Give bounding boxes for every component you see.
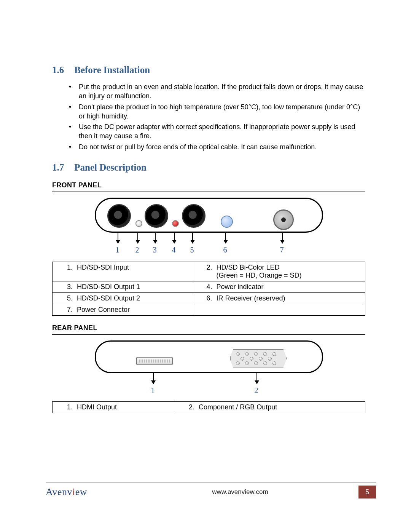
item-text: Component / RGB Output	[199, 403, 277, 411]
item-number: 7.	[67, 306, 77, 314]
bnc-connector-icon	[145, 204, 168, 228]
callout-arrow-icon	[282, 233, 283, 243]
heading-1-7: 1.7 Panel Description	[52, 162, 365, 173]
rear-panel-diagram: 1 2	[95, 340, 323, 398]
item-number: 5.	[67, 294, 77, 302]
item-number: 2.	[207, 264, 217, 272]
callout-arrow-icon	[155, 233, 156, 243]
item-text: HD/SD-SDI Input	[77, 264, 129, 272]
item-text: HD/SD Bi-Color LED	[217, 264, 280, 272]
divider	[52, 334, 365, 335]
power-connector-icon	[273, 209, 294, 230]
ir-receiver-icon	[221, 216, 233, 228]
page-footer: Avenview www.avenview.com 5	[46, 482, 376, 498]
led-icon	[135, 220, 142, 227]
front-panel-table: 1.HD/SD-SDI Input 2.HD/SD Bi-Color LED (…	[52, 262, 365, 316]
callout-arrow-icon	[225, 233, 226, 243]
item-number: 1.	[67, 264, 77, 272]
table-row: 7.Power Connector	[53, 304, 365, 316]
table-row: 1.HDMI Output 2.Component / RGB Output	[53, 402, 365, 413]
item-number: 1.	[67, 403, 77, 411]
callout-number: 7	[280, 246, 284, 254]
callout-arrow-icon	[118, 233, 118, 243]
callout-number: 3	[153, 246, 157, 254]
before-install-list: Put the product in an even and stable lo…	[52, 82, 365, 152]
callout-number: 4	[172, 246, 176, 254]
page-number: 5	[358, 486, 376, 498]
list-item: Don't place the product in too high temp…	[69, 102, 365, 121]
heading-1-6: 1.6 Before Installation	[52, 65, 365, 75]
callout-arrow-icon	[174, 233, 175, 243]
item-text: HD/SD-SDI Output 1	[77, 283, 140, 291]
list-item: Do not twist or pull by force ends of th…	[69, 142, 365, 152]
table-row: 3.HD/SD-SDI Output 1 4.Power indicator	[53, 281, 365, 293]
vga-port-icon	[230, 349, 287, 367]
rear-panel-subhead: REAR PANEL	[52, 324, 365, 332]
heading-title: Panel Description	[74, 162, 147, 173]
led-icon	[172, 220, 179, 227]
callout-arrow-icon	[192, 233, 193, 243]
heading-title: Before Installation	[74, 65, 150, 75]
footer-site: www.avenview.com	[122, 488, 358, 496]
item-number: 6.	[207, 294, 217, 302]
item-number: 3.	[67, 283, 77, 291]
callout-number: 2	[255, 386, 258, 395]
front-panel-subhead: FRONT PANEL	[52, 181, 365, 189]
list-item: Put the product in an even and stable lo…	[69, 82, 365, 101]
item-subtext: (Green = HD, Orange = SD)	[207, 272, 362, 280]
hdmi-port-icon	[136, 357, 173, 365]
rear-panel-table: 1.HDMI Output 2.Component / RGB Output	[52, 401, 365, 413]
callout-number: 5	[190, 246, 194, 254]
callout-number: 2	[135, 246, 139, 254]
list-item: Use the DC power adapter with correct sp…	[69, 122, 365, 141]
rear-chassis	[95, 340, 323, 373]
front-chassis	[95, 198, 323, 233]
heading-num: 1.7	[52, 162, 72, 173]
heading-num: 1.6	[52, 65, 72, 75]
item-text: Power indicator	[217, 283, 264, 291]
bnc-connector-icon	[107, 204, 131, 228]
table-row: 5.HD/SD-SDI Output 2 6.IR Receiver (rese…	[53, 293, 365, 304]
callout-arrow-icon	[137, 233, 138, 243]
callout-arrow-icon	[256, 373, 257, 384]
item-text: IR Receiver (reserved)	[217, 294, 285, 302]
bnc-connector-icon	[182, 204, 206, 228]
item-number: 4.	[207, 283, 217, 291]
front-panel-diagram: 1 2 3 4 5 6 7	[95, 198, 323, 259]
item-text: HDMI Output	[77, 403, 117, 411]
item-number: 2.	[189, 403, 199, 411]
item-text: Power Connector	[77, 306, 130, 314]
divider	[52, 192, 365, 192]
brand-logo: Avenview	[46, 486, 122, 498]
callout-arrow-icon	[153, 373, 154, 384]
callout-number: 1	[116, 246, 119, 254]
callout-number: 6	[223, 246, 227, 254]
table-row: 1.HD/SD-SDI Input 2.HD/SD Bi-Color LED (…	[53, 262, 365, 281]
callout-number: 1	[151, 386, 155, 395]
item-text: HD/SD-SDI Output 2	[77, 294, 140, 302]
